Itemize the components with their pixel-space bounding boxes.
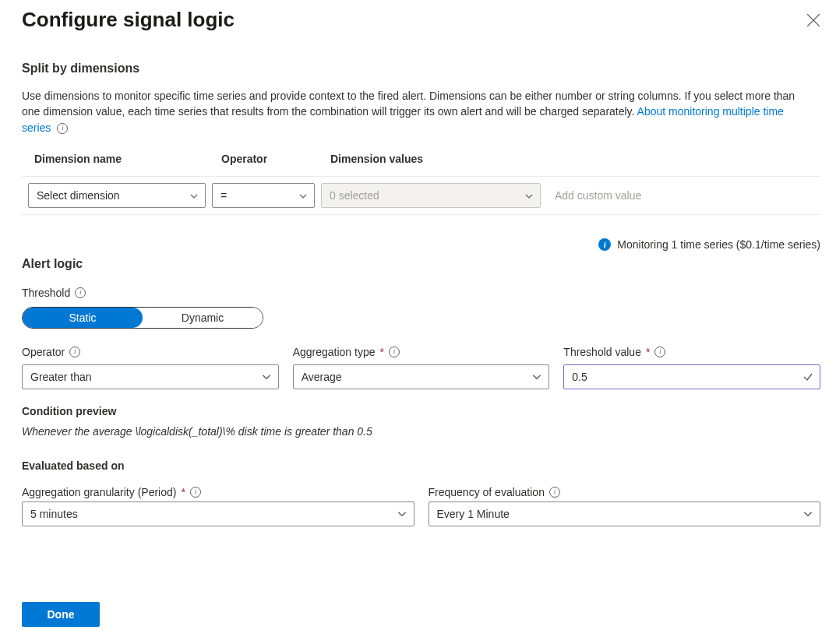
frequency-select[interactable]: Every 1 Minute [429,501,821,526]
split-description: Use dimensions to monitor specific time … [22,88,801,135]
info-icon[interactable]: i [389,347,400,357]
threshold-value-input[interactable]: 0.5 [563,364,820,389]
panel-scroll[interactable]: Configure signal logic Split by dimensio… [0,0,836,586]
operator-label: Operator i [22,346,279,358]
operator-select[interactable]: Greater than [22,364,279,389]
chevron-down-icon [397,509,407,519]
done-button[interactable]: Done [22,602,100,627]
check-icon [802,371,813,382]
threshold-value-label: Threshold value* i [563,346,820,358]
info-icon[interactable]: i [190,487,201,498]
chevron-down-icon [802,509,813,519]
split-heading: Split by dimensions [22,62,820,76]
info-filled-icon: i [598,238,611,251]
period-select[interactable]: 5 minutes [22,501,414,526]
info-icon[interactable]: i [75,287,86,298]
chevron-down-icon [189,191,199,200]
aggregation-select[interactable]: Average [293,364,550,389]
info-icon[interactable]: i [549,487,560,498]
info-icon[interactable]: i [69,347,80,357]
page-title: Configure signal logic [22,8,235,32]
col-dimension-values: Dimension values [318,146,544,177]
threshold-dynamic-button[interactable]: Dynamic [143,308,263,328]
dimension-name-select[interactable]: Select dimension [28,183,206,208]
chevron-down-icon [298,191,308,200]
dimension-values-select[interactable]: 0 selected [321,183,541,208]
add-custom-value-input[interactable]: Add custom value [547,183,817,208]
info-icon[interactable]: i [654,347,665,357]
condition-preview-text: Whenever the average \logicaldisk(_total… [22,425,820,438]
col-dimension-name: Dimension name [22,146,209,177]
chevron-down-icon [261,371,272,382]
evaluated-heading: Evaluated based on [22,459,820,472]
alert-logic-heading: Alert logic [22,257,820,271]
dimension-operator-select[interactable]: = [212,183,315,208]
threshold-toggle: Static Dynamic [22,307,263,329]
dimension-table: Dimension name Operator Dimension values… [22,146,820,215]
frequency-label: Frequency of evaluation i [429,486,821,498]
col-operator: Operator [209,146,318,177]
threshold-static-button[interactable]: Static [23,308,143,328]
aggregation-label: Aggregation type* i [293,346,550,358]
chevron-down-icon [524,191,534,200]
close-icon[interactable] [806,13,820,27]
monitoring-cost-note: i Monitoring 1 time series ($0.1/time se… [22,238,820,251]
info-icon[interactable]: i [57,123,68,134]
threshold-label: Threshold i [22,287,820,299]
chevron-down-icon [531,371,542,382]
dimension-row: Select dimension = [22,176,820,214]
condition-preview-label: Condition preview [22,405,820,417]
period-label: Aggregation granularity (Period)* i [22,486,414,498]
